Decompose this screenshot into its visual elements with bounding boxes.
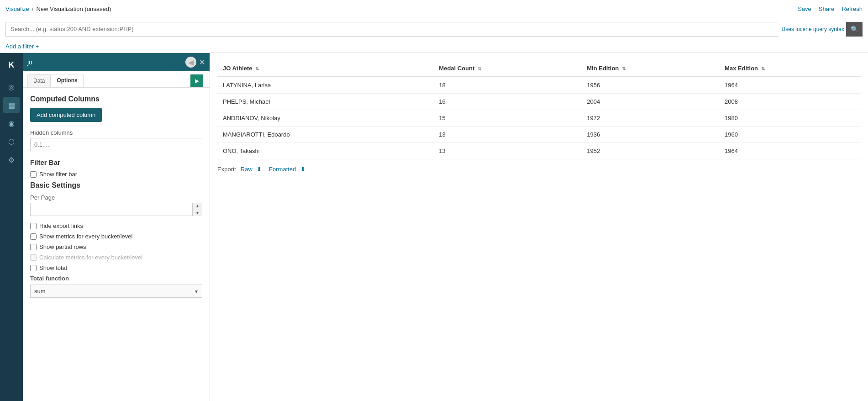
panel-tabs-row: Data Options ▶ <box>23 71 210 88</box>
sort-icon-min-edition: ⇅ <box>621 66 626 71</box>
cell-row4-col0: ONO, Takashi <box>217 143 433 159</box>
panel-body: Computed Columns Add computed column Hid… <box>23 88 210 401</box>
share-button[interactable]: Share <box>819 5 835 12</box>
checkbox-row-hide-export: Hide export links <box>30 222 202 229</box>
nav-icon-discover[interactable]: ◎ <box>3 79 20 95</box>
main-content: K ◎ ▦ ◉ ⬡ ⚙ jo ◀ ✕ Data Options ▶ Comput… <box>0 53 868 401</box>
table-row: PHELPS, Michael1620042008 <box>217 94 861 110</box>
per-page-input[interactable] <box>30 203 202 216</box>
label-show-partial: Show partial rows <box>39 243 86 250</box>
nav-icon-dashboard[interactable]: ◉ <box>3 115 20 132</box>
total-function-select[interactable]: summinmaxavgcount <box>30 285 202 298</box>
cell-row2-col0: ANDRIANOV, Nikolay <box>217 110 433 127</box>
label-show-total: Show total <box>39 264 67 271</box>
per-page-label: Per Page <box>30 194 202 201</box>
breadcrumb: Visualize / New Visualization (unsaved) <box>5 5 111 12</box>
add-filter-button[interactable]: Add a filter + <box>5 43 39 50</box>
lucene-syntax-link[interactable]: Uses lucene query syntax <box>782 26 844 32</box>
top-bar: Visualize / New Visualization (unsaved) … <box>0 0 868 18</box>
checkbox-show-partial[interactable] <box>30 244 37 250</box>
export-raw-link[interactable]: Raw ⬇ <box>241 166 266 173</box>
nav-icon-security[interactable]: ⬡ <box>3 133 20 150</box>
table-row: LATYNINA, Larisa1819561964 <box>217 77 861 94</box>
computed-columns-section: Computed Columns Add computed column Hid… <box>30 95 202 158</box>
table-row: MANGIAROTTI, Edoardo1319361960 <box>217 127 861 143</box>
sidebar-nav: K ◎ ▦ ◉ ⬡ ⚙ <box>0 53 23 401</box>
run-button[interactable]: ▶ <box>190 74 203 87</box>
checkboxes-container: Hide export linksShow metrics for every … <box>30 222 202 271</box>
total-function-label: Total function <box>30 275 202 282</box>
show-filter-bar-label: Show filter bar <box>39 171 77 178</box>
spin-down-button[interactable]: ▼ <box>193 210 202 216</box>
checkbox-row-show-partial: Show partial rows <box>30 243 202 250</box>
cell-row1-col1: 16 <box>433 94 581 110</box>
spin-buttons: ▲ ▼ <box>192 203 202 216</box>
table-header: JO Athlete ⇅Medal Count ⇅Min Edition ⇅Ma… <box>217 60 861 77</box>
refresh-button[interactable]: Refresh <box>842 5 863 12</box>
tab-data[interactable]: Data <box>27 74 51 87</box>
export-formatted-link[interactable]: Formatted ⬇ <box>269 166 308 173</box>
show-filter-bar-checkbox[interactable] <box>30 171 37 178</box>
cell-row3-col2: 1936 <box>581 127 719 143</box>
add-computed-column-button[interactable]: Add computed column <box>30 108 102 122</box>
basic-settings-section: Basic Settings Per Page ▲ ▼ Hide export … <box>30 181 202 298</box>
label-calc-metrics: Calculate metrics for every bucket/level <box>39 254 142 261</box>
computed-columns-title: Computed Columns <box>30 95 202 103</box>
page-title: New Visualization (unsaved) <box>36 5 111 12</box>
panel-collapse-button[interactable]: ◀ <box>185 57 196 68</box>
cell-row2-col3: 1980 <box>719 110 861 127</box>
table-row: ANDRIANOV, Nikolay1519721980 <box>217 110 861 127</box>
logo-icon[interactable]: K <box>3 57 20 73</box>
cell-row1-col2: 2004 <box>581 94 719 110</box>
sort-icon-max-edition: ⇅ <box>760 66 765 71</box>
export-label: Export: <box>217 166 236 173</box>
checkbox-hide-export[interactable] <box>30 223 37 229</box>
th-medal-count[interactable]: Medal Count ⇅ <box>433 60 581 77</box>
tab-options[interactable]: Options <box>51 74 83 87</box>
visualize-link[interactable]: Visualize <box>5 5 29 12</box>
label-hide-export: Hide export links <box>39 222 83 229</box>
cell-row0-col0: LATYNINA, Larisa <box>217 77 433 94</box>
checkbox-row-show-total: Show total <box>30 264 202 271</box>
hidden-columns-input[interactable] <box>30 138 202 151</box>
checkbox-show-total[interactable] <box>30 265 37 271</box>
th-max-edition[interactable]: Max Edition ⇅ <box>719 60 861 77</box>
nav-icon-visualize[interactable]: ▦ <box>3 97 20 113</box>
th-jo-athlete[interactable]: JO Athlete ⇅ <box>217 60 433 77</box>
cell-row0-col2: 1956 <box>581 77 719 94</box>
cell-row1-col3: 2008 <box>719 94 861 110</box>
data-table: JO Athlete ⇅Medal Count ⇅Min Edition ⇅Ma… <box>217 60 861 159</box>
breadcrumb-separator: / <box>32 5 34 12</box>
cell-row1-col0: PHELPS, Michael <box>217 94 433 110</box>
checkbox-calc-metrics <box>30 254 37 261</box>
panel-close-button[interactable]: ✕ <box>199 58 205 67</box>
filter-bar-section-title: Filter Bar <box>30 158 202 166</box>
sort-icon-jo-athlete: ⇅ <box>254 66 259 71</box>
checkbox-row-calc-metrics: Calculate metrics for every bucket/level <box>30 254 202 261</box>
sort-icon-medal-count: ⇅ <box>476 66 481 71</box>
nav-icon-settings[interactable]: ⚙ <box>3 152 20 168</box>
export-row: Export: Raw ⬇ Formatted ⬇ <box>217 166 861 173</box>
cell-row0-col1: 18 <box>433 77 581 94</box>
panel-title: jo <box>27 58 185 66</box>
hidden-columns-label: Hidden columns <box>30 129 202 136</box>
cell-row4-col1: 13 <box>433 143 581 159</box>
right-panel: JO Athlete ⇅Medal Count ⇅Min Edition ⇅Ma… <box>210 53 868 401</box>
top-bar-actions: Save Share Refresh <box>798 5 863 12</box>
table-body: LATYNINA, Larisa1819561964PHELPS, Michae… <box>217 77 861 159</box>
show-filter-bar-row: Show filter bar <box>30 171 202 178</box>
cell-row2-col2: 1972 <box>581 110 719 127</box>
filter-bar-section: Filter Bar Show filter bar <box>30 158 202 178</box>
per-page-input-wrap: ▲ ▼ <box>30 203 202 216</box>
left-panel: jo ◀ ✕ Data Options ▶ Computed Columns A… <box>23 53 210 401</box>
cell-row3-col3: 1960 <box>719 127 861 143</box>
cell-row3-col1: 13 <box>433 127 581 143</box>
th-min-edition[interactable]: Min Edition ⇅ <box>581 60 719 77</box>
search-button[interactable]: 🔍 <box>846 22 863 37</box>
basic-settings-title: Basic Settings <box>30 181 202 190</box>
checkbox-show-metrics[interactable] <box>30 233 37 240</box>
save-button[interactable]: Save <box>798 5 811 12</box>
search-input[interactable] <box>5 22 778 37</box>
spin-up-button[interactable]: ▲ <box>193 203 202 210</box>
cell-row3-col0: MANGIAROTTI, Edoardo <box>217 127 433 143</box>
